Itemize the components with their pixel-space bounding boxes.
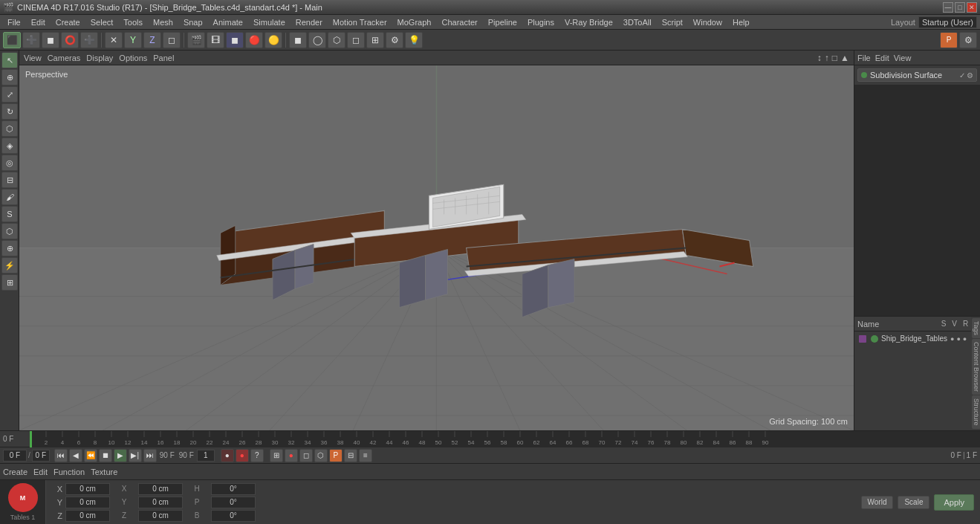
toolbar-render-region[interactable]: ◼ xyxy=(226,32,244,48)
menu-window[interactable]: Window xyxy=(689,16,727,28)
tab-content-browser[interactable]: Content Browser xyxy=(972,339,980,395)
obj-menu-file[interactable]: File xyxy=(857,54,871,62)
viewport-menu-view[interactable]: View xyxy=(24,54,42,62)
tab-tags[interactable]: Tags xyxy=(972,318,980,338)
coord-b-val[interactable] xyxy=(211,510,256,522)
btn-record-question[interactable]: ? xyxy=(250,449,264,462)
toolbar-object-mode[interactable]: ➕ xyxy=(22,32,40,48)
maximize-button[interactable]: □ xyxy=(955,2,965,13)
btn-play-reverse[interactable]: ⏪ xyxy=(84,449,97,462)
btn-extra-3[interactable]: ◻ xyxy=(299,449,313,462)
menu-snap[interactable]: Snap xyxy=(179,16,207,28)
btn-stop[interactable]: ⏹ xyxy=(99,449,112,462)
viewport-icon-fullscreen[interactable]: ↕ xyxy=(817,53,822,63)
btn-record[interactable]: ● xyxy=(221,449,234,462)
toolbar-anim-keyframe[interactable]: 🎞 xyxy=(207,32,224,48)
tool-scale[interactable]: ⤢ xyxy=(1,86,18,103)
btn-extra-2[interactable]: ● xyxy=(285,449,298,462)
mat-menu-texture[interactable]: Texture xyxy=(91,468,117,476)
obj-vis-v[interactable]: ● xyxy=(956,335,960,343)
btn-extra-4[interactable]: ⬡ xyxy=(314,449,328,462)
toolbar-transform[interactable]: ◻ xyxy=(163,32,181,48)
mat-menu-create[interactable]: Create xyxy=(3,468,27,476)
toolbar-plane[interactable]: ◻ xyxy=(347,32,365,48)
obj-menu-edit[interactable]: Edit xyxy=(875,54,889,62)
menu-select[interactable]: Select xyxy=(86,16,118,28)
coord-x-size[interactable] xyxy=(138,483,183,495)
btn-extra-1[interactable]: ⊞ xyxy=(270,449,283,462)
menu-create[interactable]: Create xyxy=(51,16,85,28)
viewport-menu-display[interactable]: Display xyxy=(86,54,113,62)
mat-menu-function[interactable]: Function xyxy=(53,468,85,476)
tool-5[interactable]: ⬡ xyxy=(1,120,18,137)
toolbar-python[interactable]: P xyxy=(940,32,958,48)
coord-y-pos[interactable] xyxy=(65,496,110,508)
obj-vis-r[interactable]: ● xyxy=(963,335,967,343)
ss-check[interactable]: ✓ xyxy=(959,71,965,80)
viewport-menu-options[interactable]: Options xyxy=(119,54,147,62)
btn-extra-5[interactable]: P xyxy=(329,449,343,462)
menu-tools[interactable]: Tools xyxy=(119,16,147,28)
subdivision-surface-item[interactable]: Subdivision Surface ✓ ⚙ xyxy=(857,68,977,82)
world-button[interactable]: World xyxy=(861,496,894,509)
frame-pos-input[interactable] xyxy=(32,450,50,462)
btn-record-active[interactable]: ● xyxy=(236,449,249,462)
menu-render[interactable]: Render xyxy=(291,16,327,28)
toolbar-move[interactable]: ✕ xyxy=(105,32,123,48)
close-button[interactable]: ✕ xyxy=(967,2,977,13)
menu-motion-tracker[interactable]: Motion Tracker xyxy=(328,16,392,28)
btn-go-end[interactable]: ⏭ xyxy=(143,449,157,462)
coord-y-size[interactable] xyxy=(138,496,183,508)
toolbar-cube[interactable]: ◼ xyxy=(289,32,307,48)
viewport-menu-panel[interactable]: Panel xyxy=(153,54,174,62)
toolbar-cylinder[interactable]: ⬡ xyxy=(328,32,345,48)
viewport-icon-window[interactable]: □ xyxy=(832,53,837,63)
menu-mesh[interactable]: Mesh xyxy=(149,16,178,28)
toolbar-render-active[interactable]: 🔴 xyxy=(245,32,263,48)
tool-13[interactable]: ⊞ xyxy=(1,274,18,291)
btn-next-key[interactable]: ▶| xyxy=(129,449,142,462)
menu-vray[interactable]: V-Ray Bridge xyxy=(560,16,617,28)
tool-10[interactable]: ⬡ xyxy=(1,223,18,239)
toolbar-render-all[interactable]: 🟡 xyxy=(265,32,282,48)
toolbar-scale[interactable]: Y xyxy=(124,32,142,48)
obj-vis-s[interactable]: ● xyxy=(950,335,954,343)
toolbar-anim-record[interactable]: 🎬 xyxy=(187,32,205,48)
coord-x-pos[interactable] xyxy=(65,483,110,495)
toolbar-sphere[interactable]: ◯ xyxy=(308,32,326,48)
toolbar-settings[interactable]: ⚙ xyxy=(959,32,977,48)
coord-p-val[interactable] xyxy=(211,496,256,508)
btn-go-start[interactable]: ⏮ xyxy=(54,449,68,462)
btn-play-forward[interactable]: ▶ xyxy=(114,449,127,462)
btn-prev-key[interactable]: ◀ xyxy=(69,449,82,462)
tool-7[interactable]: ◎ xyxy=(1,155,18,171)
menu-edit[interactable]: Edit xyxy=(27,16,50,28)
tool-11[interactable]: ⊕ xyxy=(1,240,18,256)
btn-extra-6[interactable]: ⊟ xyxy=(344,449,357,462)
toolbar-edge-mode[interactable]: ⭕ xyxy=(61,32,79,48)
menu-mograph[interactable]: MoGraph xyxy=(393,16,436,28)
menu-plugins[interactable]: Plugins xyxy=(523,16,559,28)
layout-value[interactable]: Startup (User) xyxy=(918,16,977,28)
toolbar-point-mode[interactable]: ➕ xyxy=(80,32,98,48)
toolbar-rotate[interactable]: Z xyxy=(143,32,161,48)
btn-extra-7[interactable]: ≡ xyxy=(359,449,372,462)
menu-character[interactable]: Character xyxy=(437,16,481,28)
tool-select[interactable]: ↖ xyxy=(1,52,18,68)
mat-menu-edit[interactable]: Edit xyxy=(33,468,48,476)
tool-9[interactable]: S xyxy=(1,206,18,222)
toolbar-deformer[interactable]: ⚙ xyxy=(386,32,403,48)
tool-8[interactable]: ⊟ xyxy=(1,172,18,188)
tool-paint[interactable]: 🖌 xyxy=(1,189,18,205)
menu-script[interactable]: Script xyxy=(658,16,687,28)
timeline-playhead[interactable] xyxy=(30,431,32,447)
ss-settings[interactable]: ⚙ xyxy=(967,71,973,80)
toolbar-poly-mode[interactable]: ◼ xyxy=(42,32,59,48)
timeline-ruler[interactable]: 2 4 6 8 10 12 14 16 18 20 22 24 26 28 xyxy=(30,431,980,447)
obj-menu-view[interactable]: View xyxy=(894,54,912,62)
max-frame-input[interactable] xyxy=(197,450,215,462)
menu-animate[interactable]: Animate xyxy=(209,16,247,28)
tool-rotate[interactable]: ↻ xyxy=(1,103,18,120)
object-item-ship-bridge[interactable]: Ship_Bridge_Tables ● ● ● xyxy=(856,333,970,344)
tool-12[interactable]: ⚡ xyxy=(1,257,18,274)
